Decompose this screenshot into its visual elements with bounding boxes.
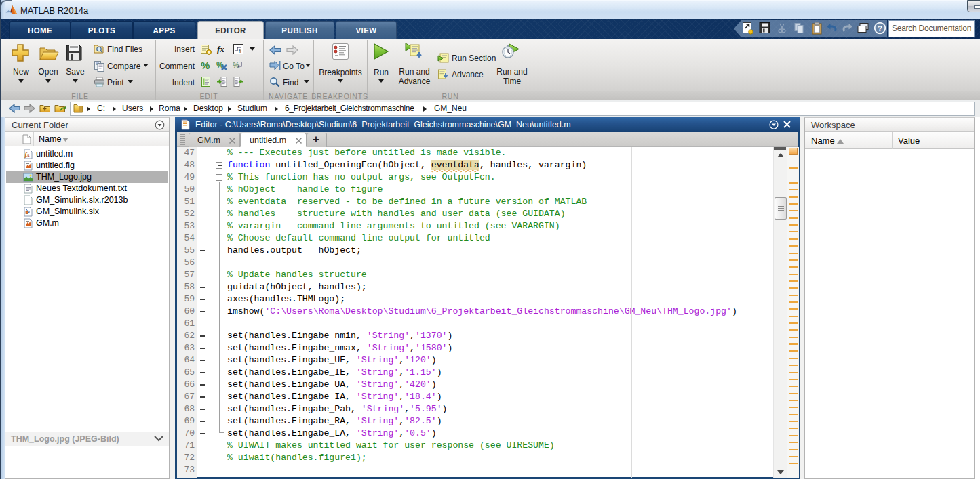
svg-text:?: ? xyxy=(878,24,882,33)
svg-text:fx: fx xyxy=(217,44,224,54)
svg-text:%: % xyxy=(201,60,210,71)
svg-text:%: % xyxy=(233,61,239,69)
svg-text:fi: fi xyxy=(239,49,241,54)
svg-text:fx: fx xyxy=(25,151,31,158)
